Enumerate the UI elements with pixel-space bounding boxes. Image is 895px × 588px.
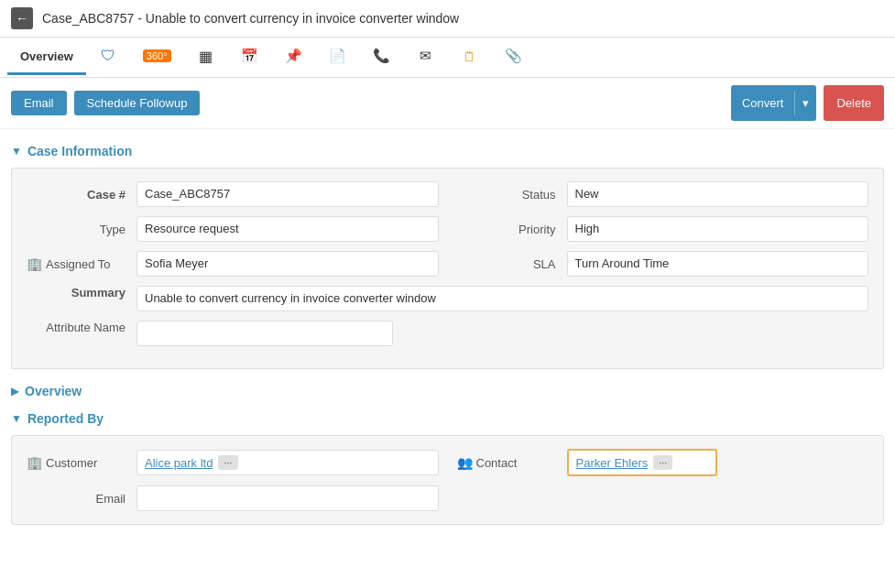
customer-contact-row: 🏢 Customer Alice park ltd ··· 👥 Contact … xyxy=(27,449,868,476)
overview-section: ▶ Overview xyxy=(11,384,884,398)
email-icon: ✉ xyxy=(417,47,435,65)
tab-doc[interactable]: 📄 xyxy=(316,38,360,77)
page-title: Case_ABC8757 - Unable to convert currenc… xyxy=(42,11,459,26)
tab-360[interactable]: 360° xyxy=(130,40,184,74)
tab-phone[interactable]: 📞 xyxy=(360,38,404,77)
tab-pin[interactable]: 📌 xyxy=(272,38,316,77)
overview-header[interactable]: ▶ Overview xyxy=(11,384,884,398)
contact-extra-field xyxy=(721,450,868,475)
doc-icon: 📄 xyxy=(329,47,347,65)
overview-title: Overview xyxy=(25,384,82,398)
reported-by-toggle: ▼ xyxy=(11,412,22,425)
case-number-label: Case # xyxy=(27,188,136,201)
tab-email[interactable]: ✉ xyxy=(404,38,448,77)
case-number-field: Case # Case_ABC8757 xyxy=(27,181,439,207)
type-value: Resource request xyxy=(136,216,439,242)
contact-icon: 👥 xyxy=(457,455,473,470)
back-button[interactable]: ← xyxy=(11,7,33,29)
email-field: Email xyxy=(27,485,439,511)
tab-shield[interactable]: 🛡 xyxy=(86,38,130,77)
grid-icon: ▦ xyxy=(197,47,215,65)
case-information-header[interactable]: ▼ Case Information xyxy=(11,144,884,158)
note-icon: 🗒 xyxy=(461,47,479,65)
type-label: Type xyxy=(27,223,136,236)
case-number-value: Case_ABC8757 xyxy=(136,181,439,207)
tab-paperclip[interactable]: 📎 xyxy=(492,38,536,77)
phone-icon: 📞 xyxy=(373,47,391,65)
contact-dots-button[interactable]: ··· xyxy=(653,455,672,470)
case-status-row: Case # Case_ABC8757 Status New xyxy=(27,181,868,207)
priority-value: High xyxy=(567,216,869,242)
overview-toggle: ▶ xyxy=(11,385,19,397)
assigned-to-icon: 🏢 xyxy=(27,256,42,271)
customer-icon: 🏢 xyxy=(27,455,42,470)
status-field: Status New xyxy=(439,181,869,207)
shield-icon: 🛡 xyxy=(99,47,117,65)
action-right: Convert ▾ Delete xyxy=(731,85,884,121)
schedule-followup-button[interactable]: Schedule Followup xyxy=(74,91,201,115)
attribute-name-value xyxy=(136,321,393,346)
pin-icon: 📌 xyxy=(285,47,303,65)
tab-bar: Overview 🛡 360° ▦ 📅 📌 📄 📞 ✉ 🗒 📎 xyxy=(0,38,895,78)
title-bar: ← Case_ABC8757 - Unable to convert curre… xyxy=(0,0,895,38)
contact-label: 👥 Contact xyxy=(457,455,567,470)
reported-by-title: Reported By xyxy=(27,411,104,426)
customer-dots-button[interactable]: ··· xyxy=(218,455,237,470)
case-information-panel: Case # Case_ABC8757 Status New Type Reso… xyxy=(11,168,884,369)
customer-value: Alice park ltd ··· xyxy=(136,450,439,475)
type-field: Type Resource request xyxy=(27,216,439,242)
360-icon: 360° xyxy=(143,49,171,62)
contact-value: Parker Ehlers ··· xyxy=(567,449,718,476)
priority-label: Priority xyxy=(457,223,567,236)
reported-by-header[interactable]: ▼ Reported By xyxy=(11,411,884,426)
customer-label: 🏢 Customer xyxy=(27,455,136,470)
tab-calendar[interactable]: 📅 xyxy=(228,38,272,77)
priority-field: Priority High xyxy=(439,216,869,242)
reported-by-panel: 🏢 Customer Alice park ltd ··· 👥 Contact … xyxy=(11,435,884,525)
type-priority-row: Type Resource request Priority High xyxy=(27,216,868,242)
summary-value: Unable to convert currency in invoice co… xyxy=(136,286,868,311)
status-label: Status xyxy=(457,188,567,201)
case-information-section: ▼ Case Information Case # Case_ABC8757 S… xyxy=(11,144,884,369)
assigned-to-value: Sofia Meyer xyxy=(136,251,439,277)
assigned-to-label: 🏢 Assigned To xyxy=(27,256,136,271)
email-button[interactable]: Email xyxy=(11,91,67,115)
attribute-row: Attribute Name xyxy=(27,321,868,346)
convert-label: Convert xyxy=(731,91,795,115)
action-left: Email Schedule Followup xyxy=(11,91,200,115)
delete-button[interactable]: Delete xyxy=(824,85,884,121)
customer-link[interactable]: Alice park ltd xyxy=(145,456,213,470)
tab-overview[interactable]: Overview xyxy=(7,40,86,75)
back-icon: ← xyxy=(16,11,28,26)
convert-dropdown-arrow[interactable]: ▾ xyxy=(794,91,816,115)
assigned-to-field: 🏢 Assigned To Sofia Meyer xyxy=(27,251,439,277)
convert-button[interactable]: Convert ▾ xyxy=(731,85,817,121)
tab-overview-label: Overview xyxy=(20,49,73,63)
status-value: New xyxy=(567,181,869,207)
email-label: Email xyxy=(27,492,136,506)
paperclip-icon: 📎 xyxy=(505,47,523,65)
tab-grid[interactable]: ▦ xyxy=(184,38,228,77)
tab-note[interactable]: 🗒 xyxy=(448,38,492,77)
action-bar: Email Schedule Followup Convert ▾ Delete xyxy=(0,78,895,129)
attribute-name-label: Attribute Name xyxy=(27,321,136,334)
assigned-sla-row: 🏢 Assigned To Sofia Meyer SLA Turn Aroun… xyxy=(27,251,868,277)
email-row: Email xyxy=(27,485,868,511)
case-information-toggle: ▼ xyxy=(11,145,22,158)
summary-label: Summary xyxy=(27,286,136,299)
contact-field: 👥 Contact Parker Ehlers ··· xyxy=(439,449,869,476)
case-information-title: Case Information xyxy=(27,144,132,158)
reported-by-section: ▼ Reported By 🏢 Customer Alice park ltd … xyxy=(11,411,884,525)
calendar-icon: 📅 xyxy=(241,47,259,65)
summary-row: Summary Unable to convert currency in in… xyxy=(27,286,868,311)
sla-value: Turn Around Time xyxy=(567,251,869,277)
sla-field: SLA Turn Around Time xyxy=(439,251,869,277)
contact-link[interactable]: Parker Ehlers xyxy=(576,456,649,470)
customer-field: 🏢 Customer Alice park ltd ··· xyxy=(27,450,439,475)
email-value xyxy=(136,485,439,511)
sla-label: SLA xyxy=(457,257,567,271)
